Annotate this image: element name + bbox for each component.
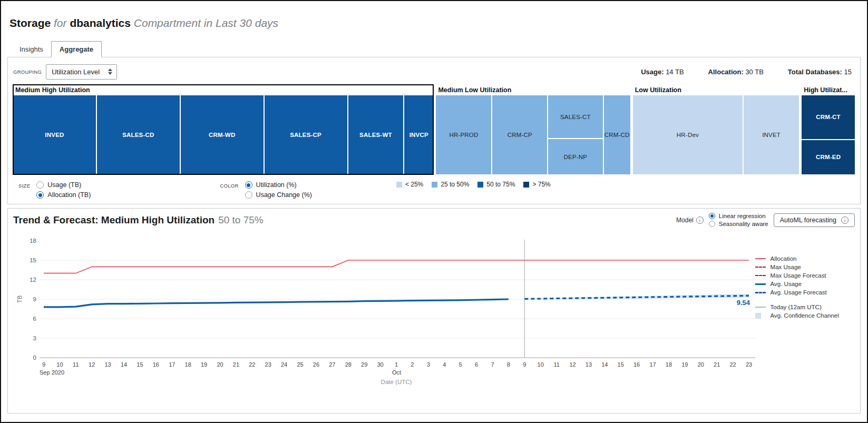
chart-legend-item[interactable]: Max Usage Forecast <box>755 272 855 279</box>
chart-legend-sample-icon <box>755 275 766 276</box>
x-tick-label: 10 <box>538 361 544 368</box>
y-tick-label: 15 <box>30 257 36 263</box>
y-tick-label: 0 <box>33 355 36 361</box>
title-storage: Storage <box>9 17 51 29</box>
x-tick-label: 8 <box>507 361 510 368</box>
treemap-cell[interactable]: SALES-CD <box>97 95 180 174</box>
y-tick-label: 6 <box>33 316 36 322</box>
x-tick-label: 16 <box>633 361 640 368</box>
x-tick-label: 26 <box>313 361 319 368</box>
model-option-seasonality-aware[interactable]: Seasonality aware <box>709 221 768 227</box>
treemap-cell[interactable]: INVCP <box>404 95 433 174</box>
treemap-cell[interactable]: CRM-CP <box>492 95 547 174</box>
treemap-cell[interactable]: HR-PROD <box>436 95 491 174</box>
utilization-legend-item: 25 to 50% <box>432 181 469 188</box>
x-tick-label: 14 <box>601 361 608 368</box>
y-tick-label: 18 <box>30 238 36 244</box>
x-tick-label: 24 <box>281 361 287 368</box>
page-title: Storage for dbanalytics Compartment in L… <box>9 17 859 29</box>
treemap-section-title[interactable]: Low Utilization <box>633 85 799 95</box>
treemap-section-title[interactable]: High Utilizat... <box>802 85 855 95</box>
x-tick-label: 18 <box>666 361 672 368</box>
treemap-cell[interactable]: CRM-ED <box>802 140 855 174</box>
tab-aggregate[interactable]: Aggregate <box>51 41 102 57</box>
stat-usage: Usage: 14 TB <box>641 68 684 76</box>
treemap-controls: SIZE Usage (TB) Allocation (TB) COLOR <box>13 180 855 199</box>
x-tick-label: 10 <box>56 361 63 368</box>
chart-legend-item[interactable]: Avg. Usage <box>755 281 855 287</box>
forecast-value-label: 9.54 <box>737 299 750 307</box>
treemap-section-title[interactable]: Medium High Utilization <box>13 85 433 95</box>
x-tick-label: 27 <box>329 361 335 368</box>
treemap-cell[interactable]: DEP-NP <box>548 139 603 174</box>
utilization-legend-item: < 25% <box>396 181 423 188</box>
color-option-utilization[interactable]: Utilization (%) <box>245 181 312 189</box>
x-tick-label: 15 <box>136 361 143 368</box>
tab-bar: Insights Aggregate <box>12 41 861 57</box>
x-tick-label: 17 <box>649 361 656 368</box>
allocation-line <box>44 260 749 273</box>
chart-legend-item[interactable]: Allocation <box>755 255 855 262</box>
color-control: COLOR Utilization (%) Usage Change (%) <box>220 181 312 199</box>
treemap-section: Medium Low UtilizationHR-PRODCRM-CPSALES… <box>436 85 630 174</box>
aggregate-panel: GROUPING Utilization Level Usage: 14 TB … <box>7 57 861 204</box>
grouping-select[interactable]: Utilization Level <box>46 64 117 80</box>
treemap-cell[interactable]: CRM-WD <box>181 95 264 174</box>
model-option-linear-regression[interactable]: Linear regression <box>709 213 768 219</box>
treemap-cell[interactable]: CRM-CD <box>604 95 630 174</box>
x-tick-label: 15 <box>618 361 624 368</box>
color-option-usage-change[interactable]: Usage Change (%) <box>245 191 312 199</box>
x-tick-label: 20 <box>217 361 223 368</box>
y-tick-label: 9 <box>33 296 36 302</box>
color-label: COLOR <box>220 183 238 189</box>
radio-icon <box>36 181 44 189</box>
x-tick-label: 13 <box>105 361 111 368</box>
x-tick-label: 9 <box>523 361 526 368</box>
grouping-row: GROUPING Utilization Level Usage: 14 TB … <box>13 62 855 82</box>
x-tick-label: 5 <box>459 361 462 368</box>
chart-legend-sample-icon <box>755 307 766 308</box>
x-tick-label: 9 <box>42 361 45 368</box>
trend-header: Trend & Forecast: Medium High Utilizatio… <box>13 213 855 227</box>
x-tick-label: 11 <box>553 361 559 368</box>
model-label: Model i <box>676 217 704 224</box>
chart-legend-item[interactable]: Max Usage <box>755 264 855 270</box>
treemap-section: Medium High UtilizationINVEDSALES-CDCRM-… <box>13 85 433 174</box>
x-tick-label: 2 <box>411 361 414 368</box>
select-caret-icon <box>108 68 112 75</box>
size-option-usage[interactable]: Usage (TB) <box>36 181 91 189</box>
radio-icon <box>36 191 44 199</box>
treemap-cell[interactable]: CRM-CT <box>802 95 855 139</box>
treemap-cell[interactable]: INVED <box>13 95 96 174</box>
x-tick-label: 30 <box>377 361 383 368</box>
chart-legend-item[interactable]: Avg. Confidence Channel <box>755 312 855 319</box>
treemap-section-title[interactable]: Medium Low Utilization <box>436 85 630 95</box>
stat-total-databases: Total Databases: 15 <box>788 68 852 76</box>
treemap-cell[interactable]: SALES-CP <box>265 95 347 174</box>
x-tick-label: 28 <box>345 361 352 368</box>
x-tick-label: 16 <box>153 361 159 368</box>
treemap-cell[interactable]: HR-Dev <box>633 95 743 174</box>
tab-insights[interactable]: Insights <box>12 42 51 57</box>
chart-legend-item[interactable]: Avg. Usage Forecast <box>755 289 855 296</box>
automl-forecasting-button[interactable]: AutoML forecasting i <box>774 213 855 227</box>
x-tick-label: 4 <box>443 361 446 368</box>
treemap-section: High Utilizat...CRM-CTCRM-ED <box>802 85 855 174</box>
x-tick-label: 6 <box>475 361 478 368</box>
title-compartment-name: dbanalytics <box>70 17 131 29</box>
radio-icon <box>709 213 715 219</box>
y-tick-label: 12 <box>30 277 36 283</box>
avg-usage-line <box>44 299 509 307</box>
x-tick-label: 22 <box>729 361 736 368</box>
treemap-cell[interactable]: INVET <box>744 95 799 174</box>
model-info-icon[interactable]: i <box>696 217 704 224</box>
x-axis-title: Date (UTC) <box>381 379 412 385</box>
x-tick-label: 19 <box>201 361 207 368</box>
x-tick-label: 7 <box>491 361 494 368</box>
treemap-cell[interactable]: SALES-WT <box>348 95 404 174</box>
automl-info-icon: i <box>841 217 849 224</box>
treemap-cell[interactable]: SALES-CT <box>548 95 603 138</box>
chart-legend-item[interactable]: Today (12am UTC) <box>755 304 855 310</box>
size-option-allocation[interactable]: Allocation (TB) <box>36 191 91 199</box>
utilization-legend-item: > 75% <box>523 181 550 188</box>
